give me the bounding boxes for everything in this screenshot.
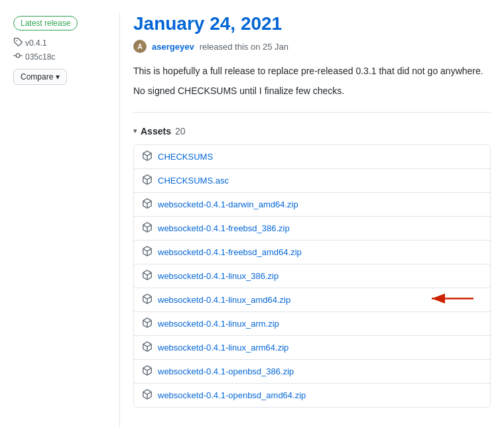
asset-item: CHECKSUMS	[134, 145, 490, 169]
asset-item: websocketd-0.4.1-linux_arm64.zip	[134, 336, 490, 360]
version-label: v0.4.1	[25, 38, 47, 48]
sidebar: Latest release v0.4.1 035c18c Compare ▾	[13, 13, 106, 427]
asset-item: websocketd-0.4.1-openbsd_amd64.zip	[134, 384, 490, 407]
package-icon	[142, 198, 153, 211]
package-icon	[142, 317, 153, 330]
asset-link[interactable]: CHECKSUMS.asc	[158, 176, 229, 186]
latest-release-badge[interactable]: Latest release	[13, 16, 78, 30]
package-icon	[142, 389, 153, 402]
package-icon	[142, 294, 153, 306]
asset-link[interactable]: websocketd-0.4.1-linux_arm64.zip	[158, 343, 288, 353]
avatar-image: A	[133, 40, 147, 53]
asset-link[interactable]: websocketd-0.4.1-freebsd_amd64.zip	[158, 247, 302, 257]
asset-link[interactable]: websocketd-0.4.1-linux_arm.zip	[158, 319, 279, 329]
asset-link[interactable]: websocketd-0.4.1-darwin_amd64.zip	[158, 199, 298, 209]
asset-link[interactable]: CHECKSUMS	[158, 152, 213, 162]
package-icon	[142, 174, 153, 187]
version-row: v0.4.1	[13, 37, 106, 48]
package-icon	[142, 246, 153, 258]
commit-row: 035c18c	[13, 51, 106, 62]
compare-label: Compare	[21, 72, 53, 82]
red-arrow-annotation	[424, 289, 477, 311]
compare-button[interactable]: Compare ▾	[13, 69, 67, 85]
chevron-down-icon: ▾	[56, 72, 60, 82]
asset-item: websocketd-0.4.1-linux_amd64.zip	[134, 288, 490, 312]
asset-list: CHECKSUMS CHECKSUMS.asc websocketd-0.4.1…	[133, 144, 491, 408]
package-icon	[142, 150, 153, 163]
asset-item: CHECKSUMS.asc	[134, 169, 490, 193]
main-content: January 24, 2021 A asergeyev released th…	[119, 13, 491, 427]
package-icon	[142, 341, 153, 354]
divider	[133, 112, 491, 113]
asset-link[interactable]: websocketd-0.4.1-linux_amd64.zip	[158, 295, 290, 305]
asset-item: websocketd-0.4.1-freebsd_386.zip	[134, 217, 490, 241]
release-meta-text: released this on 25 Jan	[200, 42, 288, 52]
asset-link[interactable]: websocketd-0.4.1-linux_386.zip	[158, 271, 279, 281]
release-description-line2: No signed CHECKSUMS until I finalize few…	[133, 83, 491, 98]
triangle-down-icon[interactable]: ▾	[133, 127, 137, 135]
package-icon	[142, 222, 153, 235]
asset-item: websocketd-0.4.1-linux_arm.zip	[134, 312, 490, 336]
release-meta: A asergeyev released this on 25 Jan	[133, 40, 491, 53]
assets-count: 20	[175, 126, 186, 137]
avatar: A	[133, 40, 147, 53]
asset-item: websocketd-0.4.1-freebsd_amd64.zip	[134, 241, 490, 264]
asset-link[interactable]: websocketd-0.4.1-freebsd_386.zip	[158, 223, 290, 233]
release-title: January 24, 2021	[133, 13, 491, 34]
package-icon	[142, 270, 153, 282]
package-icon	[142, 365, 153, 378]
asset-link[interactable]: websocketd-0.4.1-openbsd_386.zip	[158, 366, 294, 376]
commit-icon	[13, 51, 23, 62]
asset-item: websocketd-0.4.1-linux_386.zip	[134, 264, 490, 288]
tag-icon	[13, 37, 23, 48]
release-author[interactable]: asergeyev	[152, 42, 194, 52]
assets-label: Assets	[141, 126, 171, 137]
release-description-line1: This is hopefully a full release to repl…	[133, 64, 491, 78]
asset-link[interactable]: websocketd-0.4.1-openbsd_amd64.zip	[158, 390, 306, 400]
commit-label: 035c18c	[25, 52, 55, 62]
asset-item: websocketd-0.4.1-openbsd_386.zip	[134, 360, 490, 384]
asset-item: websocketd-0.4.1-darwin_amd64.zip	[134, 193, 490, 217]
assets-header: ▾ Assets 20	[133, 126, 491, 137]
